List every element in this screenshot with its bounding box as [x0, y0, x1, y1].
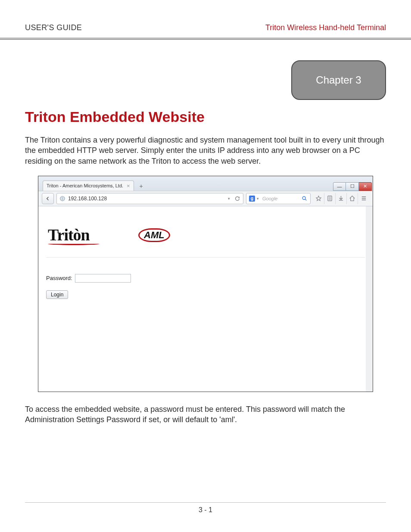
- intro-paragraph: The Triton contains a very powerful diag…: [25, 135, 386, 166]
- browser-toolbar: 192.168.100.128 ▾ g ▾ Google: [38, 191, 373, 206]
- triton-logo-text: Tritòn: [48, 226, 90, 244]
- bookmark-star-icon[interactable]: [313, 193, 324, 204]
- search-engine-icon: g: [249, 196, 255, 202]
- window-maximize-button[interactable]: ☐: [346, 182, 359, 191]
- reload-icon[interactable]: [234, 196, 240, 202]
- nav-back-button[interactable]: [42, 193, 54, 204]
- window-close-button[interactable]: ✕: [359, 182, 372, 191]
- triton-logo: Tritòn: [48, 225, 100, 245]
- window-minimize-button[interactable]: —: [333, 182, 346, 191]
- tab-title: Triton - American Microsystems, Ltd.: [47, 183, 123, 188]
- chapter-badge: Chapter 3: [291, 60, 386, 100]
- globe-icon: [59, 196, 65, 202]
- scrollbar[interactable]: [366, 206, 373, 392]
- tab-close-icon[interactable]: ×: [127, 183, 130, 189]
- svg-point-1: [302, 196, 305, 199]
- browser-tab[interactable]: Triton - American Microsystems, Ltd. ×: [43, 180, 134, 191]
- reading-list-icon[interactable]: [324, 193, 336, 204]
- downloads-icon[interactable]: [336, 193, 347, 204]
- page-number: 3 - 1: [25, 502, 386, 514]
- page-viewport: Tritòn AML Password: Login: [38, 206, 373, 392]
- menu-icon[interactable]: [358, 193, 369, 204]
- header-right: Triton Wireless Hand-held Terminal: [265, 23, 386, 32]
- url-bar[interactable]: 192.168.100.128 ▾: [56, 193, 243, 204]
- url-dropdown-icon[interactable]: ▾: [228, 196, 232, 201]
- outro-paragraph: To access the embedded website, a passwo…: [25, 404, 386, 425]
- window-titlebar: Triton - American Microsystems, Ltd. × +…: [38, 176, 373, 191]
- header-left: USER'S GUIDE: [25, 23, 82, 32]
- search-engine-dropdown-icon[interactable]: ▾: [257, 196, 261, 201]
- search-bar[interactable]: g ▾ Google: [246, 193, 311, 204]
- login-button[interactable]: Login: [46, 290, 68, 299]
- password-label: Password:: [46, 275, 72, 281]
- search-icon[interactable]: [302, 196, 308, 202]
- search-placeholder: Google: [262, 196, 300, 201]
- new-tab-button[interactable]: +: [137, 181, 146, 191]
- page-title: Triton Embedded Website: [25, 109, 386, 125]
- arrow-left-icon: [45, 196, 50, 201]
- password-input[interactable]: [75, 274, 131, 283]
- url-text: 192.168.100.128: [68, 196, 225, 202]
- browser-screenshot: Triton - American Microsystems, Ltd. × +…: [38, 176, 373, 392]
- home-icon[interactable]: [347, 193, 358, 204]
- aml-logo: AML: [138, 228, 170, 242]
- svg-line-2: [305, 199, 306, 200]
